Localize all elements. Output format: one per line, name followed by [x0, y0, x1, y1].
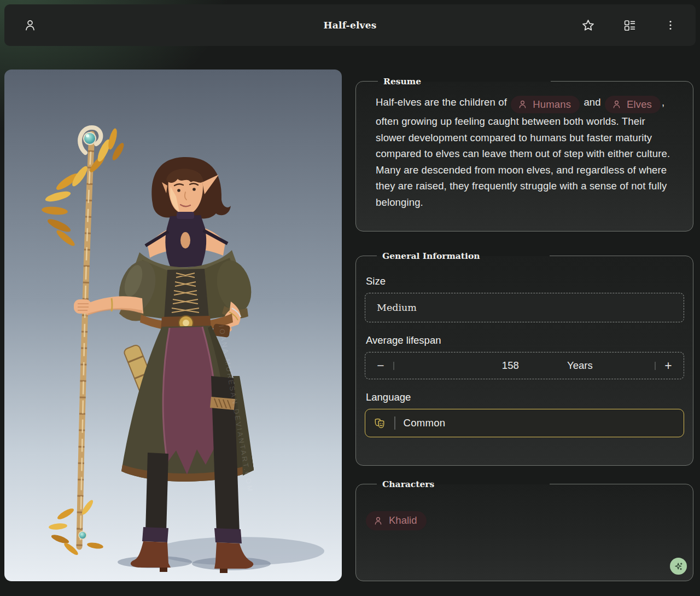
- language-label: Language: [366, 391, 683, 403]
- character-name: Khalid: [389, 514, 417, 526]
- topbar: Half-elves: [4, 4, 696, 46]
- person-icon: [373, 516, 383, 526]
- person-icon: [611, 99, 622, 109]
- star-icon: [581, 18, 596, 33]
- character-chip-khalid[interactable]: Khalid: [366, 511, 427, 530]
- half-elf-illustration: IOANA-MURESAN.DEVIANTART.COM: [4, 70, 342, 581]
- size-input[interactable]: Medium: [365, 293, 684, 322]
- resume-legend: Resume: [378, 76, 551, 86]
- ai-generate-button[interactable]: [670, 558, 687, 575]
- resume-section: Resume Half-elves are the children of Hu…: [355, 76, 693, 232]
- language-input-divider: [394, 416, 395, 430]
- entity-chip-elves[interactable]: Elves: [605, 96, 661, 114]
- general-information-section: General Information Size Medium Average …: [355, 251, 693, 466]
- stepper-divider-left: [393, 362, 394, 370]
- chip-label: Humans: [533, 97, 571, 112]
- sparkles-icon: [673, 561, 684, 572]
- language-value: Common: [404, 417, 446, 429]
- resume-paragraph: Half-elves are the children of Humans an…: [376, 94, 678, 210]
- characters-legend: Characters: [377, 479, 550, 489]
- kebab-menu-icon: [664, 19, 677, 32]
- characters-section: Characters Khalid: [355, 479, 693, 581]
- resume-text-before: Half-elves are the children of: [376, 96, 507, 108]
- entity-chip-humans[interactable]: Humans: [511, 96, 580, 114]
- resume-text-after: , often growing up feeling caught betwee…: [376, 96, 670, 208]
- size-value: Medium: [377, 302, 417, 313]
- lifespan-unit: Years: [567, 360, 593, 372]
- more-menu-button[interactable]: [664, 19, 677, 32]
- increment-button[interactable]: +: [661, 360, 675, 372]
- language-input[interactable]: Common: [365, 409, 684, 437]
- species-cover-image[interactable]: IOANA-MURESAN.DEVIANTART.COM: [4, 70, 342, 581]
- size-label: Size: [366, 275, 683, 287]
- list-details-icon: [623, 19, 637, 32]
- layout-view-button[interactable]: [623, 19, 637, 32]
- topbar-actions: [581, 18, 677, 33]
- theater-masks-icon: [374, 417, 386, 430]
- resume-text-between: and: [584, 96, 600, 108]
- person-icon: [517, 99, 528, 109]
- general-information-legend: General Information: [377, 251, 550, 261]
- chip-label: Elves: [627, 97, 652, 112]
- stepper-divider-right: [655, 362, 656, 370]
- lifespan-stepper: − 158 Years +: [365, 352, 684, 379]
- lifespan-label: Average lifespan: [366, 334, 683, 346]
- lifespan-value[interactable]: 158: [502, 360, 519, 372]
- decrement-button[interactable]: −: [374, 360, 388, 372]
- favorite-button[interactable]: [581, 18, 596, 33]
